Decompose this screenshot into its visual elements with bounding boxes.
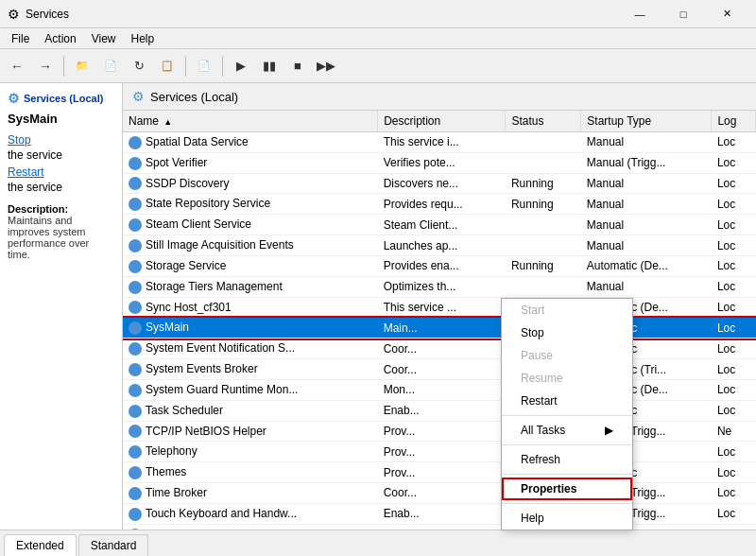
tab-extended[interactable]: Extended — [4, 534, 77, 556]
service-name-cell: Spot Verifier — [123, 152, 378, 173]
table-row[interactable]: Telephony Prov... Manual Loc — [123, 442, 756, 462]
left-panel-header: ⚙ Services (Local) — [8, 91, 114, 106]
service-startup-type: Automatic (De... — [581, 255, 712, 276]
context-menu-item-pause[interactable]: Pause — [502, 344, 632, 367]
table-row[interactable]: Steam Client Service Steam Client... Man… — [123, 215, 756, 235]
stop-service-button[interactable]: ■ — [284, 53, 311, 79]
service-icon — [129, 157, 142, 170]
stop-service-link[interactable]: Stop — [8, 133, 114, 147]
service-name-cell: Task Scheduler — [123, 400, 378, 421]
service-icon — [129, 136, 142, 149]
forward-button[interactable]: → — [32, 53, 59, 79]
service-description: Enab... — [378, 503, 506, 524]
context-menu-item-properties[interactable]: Properties — [502, 478, 632, 500]
service-description: Provides requ... — [378, 194, 506, 215]
panel-header-icon: ⚙ — [132, 89, 145, 104]
main-container: ⚙ Services (Local) SysMain Stop the serv… — [0, 83, 756, 530]
context-menu-item-restart[interactable]: Restart — [502, 390, 632, 412]
table-row[interactable]: SysMain Main... Automatic Loc — [123, 318, 756, 339]
service-description: Verifies pote... — [378, 152, 506, 173]
table-row[interactable]: Still Image Acquisition Events Launches … — [123, 235, 756, 256]
table-row[interactable]: Time Broker Coor... Manual (Trigg... Loc — [123, 483, 756, 504]
bottom-bar: Extended Standard — [0, 530, 756, 556]
table-row[interactable]: System Events Broker Coor... Automatic (… — [123, 359, 756, 380]
service-log: Loc — [712, 152, 756, 173]
service-name: SSDP Discovery — [146, 177, 229, 190]
tab-standard[interactable]: Standard — [78, 534, 149, 556]
table-row[interactable]: Storage Tiers Management Optimizes th...… — [123, 276, 756, 297]
service-log: Loc — [712, 194, 756, 215]
service-status: Running — [506, 194, 581, 215]
services-table[interactable]: Name ▲ Description Status Startup Type L… — [123, 111, 756, 530]
service-description: Shel... — [378, 524, 506, 530]
minimize-button[interactable]: — — [618, 0, 662, 28]
menu-view[interactable]: View — [84, 30, 124, 47]
table-row[interactable]: Spatial Data Service This service i... M… — [123, 132, 756, 153]
col-description[interactable]: Description — [378, 111, 506, 132]
app-icon: ⚙ — [8, 7, 20, 22]
right-panel: ⚙ Services (Local) Name ▲ Description St… — [123, 83, 756, 530]
col-log[interactable]: Log — [712, 111, 756, 132]
service-log: Loc — [712, 339, 756, 359]
service-log: Loc — [712, 379, 756, 400]
table-row[interactable]: Touch Keyboard and Handw... Enab... Manu… — [123, 503, 756, 524]
table-row[interactable]: SSDP Discovery Discovers ne... Running M… — [123, 173, 756, 194]
context-menu-item-refresh[interactable]: Refresh — [502, 448, 632, 471]
restart-service-button[interactable]: ▶▶ — [313, 53, 339, 79]
service-log: Loc — [712, 215, 756, 235]
properties-button[interactable]: 📄 — [191, 53, 217, 79]
pause-service-button[interactable]: ▮▮ — [256, 53, 283, 79]
col-startup-type[interactable]: Startup Type — [581, 111, 712, 132]
table-row[interactable]: TCP/IP NetBIOS Helper Prov... Manual (Tr… — [123, 421, 756, 442]
col-name[interactable]: Name ▲ — [123, 111, 378, 132]
close-button[interactable]: ✕ — [705, 0, 748, 28]
table-row[interactable]: System Guard Runtime Mon... Mon... Autom… — [123, 379, 756, 400]
context-menu-item-stop[interactable]: Stop — [502, 321, 632, 344]
context-menu-separator — [502, 503, 632, 504]
context-menu-item-resume[interactable]: Resume — [502, 367, 632, 390]
table-row[interactable]: State Repository Service Provides requ..… — [123, 194, 756, 215]
service-log: Loc — [712, 483, 756, 504]
up-button[interactable]: 📁 — [69, 53, 95, 79]
table-row[interactable]: Udk User Service_cf301 Shel... Manual Lo… — [123, 524, 756, 530]
left-panel: ⚙ Services (Local) SysMain Stop the serv… — [0, 83, 123, 530]
table-row[interactable]: System Event Notification S... Coor... A… — [123, 339, 756, 359]
stop-service-action: Stop the service — [8, 133, 114, 162]
stop-text: the service — [8, 148, 62, 162]
service-name-cell: Telephony — [123, 442, 378, 462]
context-menu-item-start[interactable]: Start — [502, 299, 632, 321]
col-status[interactable]: Status — [506, 111, 581, 132]
table-row[interactable]: Task Scheduler Enab... Automatic Loc — [123, 400, 756, 421]
context-menu-item-help[interactable]: Help — [502, 507, 632, 530]
start-service-button[interactable]: ▶ — [228, 53, 254, 79]
table-row[interactable]: Storage Service Provides ena... Running … — [123, 255, 756, 276]
menu-file[interactable]: File — [4, 30, 37, 47]
restart-service-link[interactable]: Restart — [8, 165, 114, 179]
service-description: Mon... — [378, 379, 506, 400]
service-description: Coor... — [378, 483, 506, 504]
service-name-cell: Still Image Acquisition Events — [123, 235, 378, 256]
menu-action[interactable]: Action — [37, 30, 83, 47]
service-log: Loc — [712, 173, 756, 194]
service-description: This service ... — [378, 297, 506, 318]
menu-help[interactable]: Help — [124, 30, 163, 47]
table-row[interactable]: Themes Prov... Automatic Loc — [123, 462, 756, 483]
service-status — [506, 152, 581, 173]
table-row[interactable]: Sync Host_cf301 This service ... Running… — [123, 297, 756, 318]
service-startup-type: Manual — [581, 173, 712, 194]
service-name-cell: State Repository Service — [123, 194, 378, 215]
service-name-cell: Spatial Data Service — [123, 132, 378, 153]
context-menu-separator — [502, 415, 632, 416]
context-menu-item-all-tasks[interactable]: All Tasks — [502, 419, 632, 442]
service-name: Sync Host_cf301 — [146, 301, 232, 314]
export-button[interactable]: 📋 — [154, 53, 180, 79]
back-button[interactable]: ← — [4, 53, 30, 79]
refresh-button[interactable]: ↻ — [126, 53, 152, 79]
table-row[interactable]: Spot Verifier Verifies pote... Manual (T… — [123, 152, 756, 173]
service-icon — [129, 508, 142, 521]
maximize-button[interactable]: □ — [662, 0, 705, 28]
show-hide-button[interactable]: 📄 — [97, 53, 124, 79]
service-log: Loc — [712, 318, 756, 339]
service-icon — [129, 363, 142, 376]
service-icon — [129, 529, 142, 530]
